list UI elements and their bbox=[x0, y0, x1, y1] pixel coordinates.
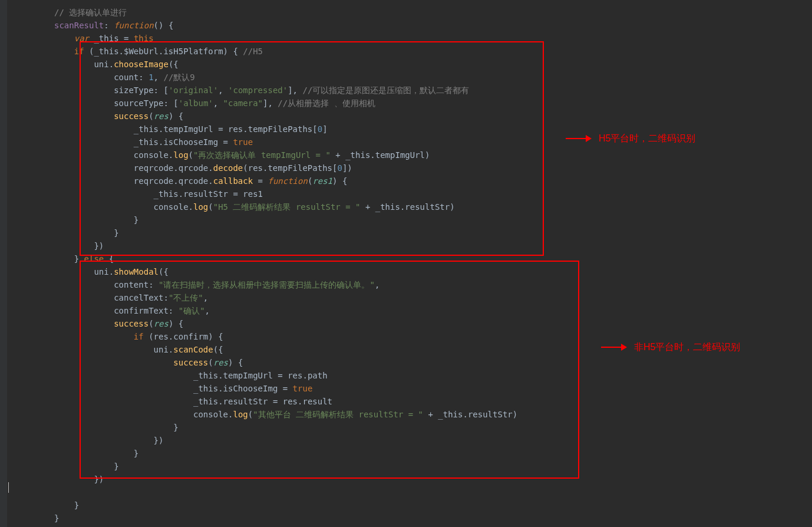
code-line: } bbox=[7, 447, 517, 460]
code-line: sourceType: ['album', "camera"], //从相册选择… bbox=[7, 97, 517, 110]
code-line: cancelText:"不上传", bbox=[7, 291, 517, 304]
annotation-text: 非H5平台时，二维码识别 bbox=[634, 341, 740, 354]
annotation-1: H5平台时，二维码识别 bbox=[566, 132, 695, 145]
code-line: var _this = this bbox=[7, 32, 517, 45]
code-line: } bbox=[7, 421, 517, 434]
code-line: } else { bbox=[7, 252, 517, 265]
editor-gutter bbox=[0, 0, 7, 527]
code-line: success(res) { bbox=[7, 317, 517, 330]
code-line: }) bbox=[7, 434, 517, 447]
annotation-text: H5平台时，二维码识别 bbox=[599, 132, 695, 145]
code-line: success(res) { bbox=[7, 110, 517, 123]
code-line: console.log("再次选择确认单 tempImgUrl = " + _t… bbox=[7, 149, 517, 162]
code-editor[interactable]: // 选择确认单进行 scanResult: function() { var … bbox=[7, 0, 517, 527]
code-line: _this.isChooseImg = true bbox=[7, 136, 517, 149]
code-line: if (res.confirm) { bbox=[7, 330, 517, 343]
code-line: confirmText: "确认", bbox=[7, 304, 517, 317]
code-line: content: "请在扫描时，选择从相册中选择需要扫描上传的确认单。", bbox=[7, 278, 517, 291]
code-line bbox=[7, 486, 517, 499]
arrow-icon bbox=[601, 347, 626, 348]
code-line: scanResult: function() { bbox=[7, 19, 517, 32]
code-line: if (_this.$WebUrl.isH5Platform) { //H5 bbox=[7, 45, 517, 58]
code-line: _this.tempImgUrl = res.path bbox=[7, 369, 517, 382]
code-line: sizeType: ['original', 'compressed'], //… bbox=[7, 84, 517, 97]
code-line: // 选择确认单进行 bbox=[7, 6, 517, 19]
code-line: reqrcode.qrcode.decode(res.tempFilePaths… bbox=[7, 162, 517, 174]
annotation-2: 非H5平台时，二维码识别 bbox=[601, 341, 740, 354]
code-line: success(res) { bbox=[7, 356, 517, 369]
code-line: _this.resultStr = res.result bbox=[7, 395, 517, 408]
code-line: reqrcode.qrcode.callback = function(res1… bbox=[7, 174, 517, 187]
code-line: } bbox=[7, 226, 517, 239]
code-line: } bbox=[7, 460, 517, 473]
code-line: } bbox=[7, 213, 517, 226]
code-line: uni.chooseImage({ bbox=[7, 58, 517, 71]
code-line: _this.isChooseImg = true bbox=[7, 382, 517, 395]
text-cursor bbox=[8, 482, 9, 493]
code-line: } bbox=[7, 525, 517, 527]
code-line: } bbox=[7, 512, 517, 525]
code-line: count: 1, //默认9 bbox=[7, 71, 517, 84]
code-line: uni.showModal({ bbox=[7, 265, 517, 278]
code-line: uni.scanCode({ bbox=[7, 343, 517, 356]
code-line: } bbox=[7, 499, 517, 512]
code-line: }) bbox=[7, 239, 517, 252]
code-line: }) bbox=[7, 473, 517, 486]
code-line: _this.resultStr = res1 bbox=[7, 187, 517, 200]
arrow-icon bbox=[566, 138, 590, 139]
code-line: console.log("其他平台 二维码解析结果 resultStr = " … bbox=[7, 408, 517, 421]
code-line: _this.tempImgUrl = res.tempFilePaths[0] bbox=[7, 123, 517, 136]
code-line: console.log("H5 二维码解析结果 resultStr = " + … bbox=[7, 200, 517, 213]
